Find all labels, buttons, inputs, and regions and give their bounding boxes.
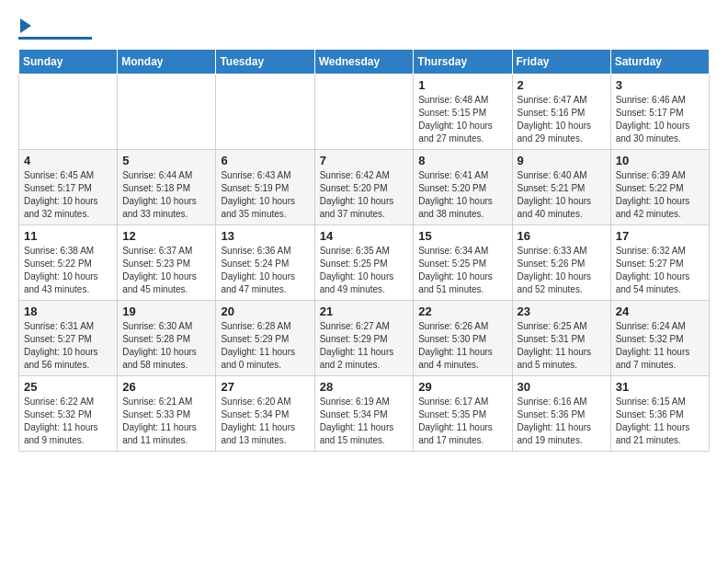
day-info: Sunrise: 6:26 AM Sunset: 5:30 PM Dayligh… xyxy=(418,320,506,372)
day-number: 18 xyxy=(24,304,112,318)
day-info: Sunrise: 6:42 AM Sunset: 5:20 PM Dayligh… xyxy=(320,169,409,221)
calendar-cell: 19Sunrise: 6:30 AM Sunset: 5:28 PM Dayli… xyxy=(118,301,216,376)
calendar-cell: 29Sunrise: 6:17 AM Sunset: 5:35 PM Dayli… xyxy=(414,376,512,452)
calendar-cell xyxy=(314,75,414,150)
calendar-table: SundayMondayTuesdayWednesdayThursdayFrid… xyxy=(18,49,710,452)
day-info: Sunrise: 6:21 AM Sunset: 5:33 PM Dayligh… xyxy=(122,396,210,447)
day-number: 21 xyxy=(320,304,409,318)
day-info: Sunrise: 6:43 AM Sunset: 5:19 PM Dayligh… xyxy=(221,169,309,221)
calendar-week-row: 25Sunrise: 6:22 AM Sunset: 5:32 PM Dayli… xyxy=(19,376,710,452)
day-number: 13 xyxy=(221,229,309,243)
day-info: Sunrise: 6:46 AM Sunset: 5:17 PM Dayligh… xyxy=(616,94,704,145)
calendar-cell: 13Sunrise: 6:36 AM Sunset: 5:24 PM Dayli… xyxy=(216,225,314,301)
day-info: Sunrise: 6:44 AM Sunset: 5:18 PM Dayligh… xyxy=(122,169,210,221)
calendar-cell: 18Sunrise: 6:31 AM Sunset: 5:27 PM Dayli… xyxy=(19,301,118,376)
col-header-monday: Monday xyxy=(118,50,216,75)
day-number: 14 xyxy=(320,229,409,243)
day-info: Sunrise: 6:41 AM Sunset: 5:20 PM Dayligh… xyxy=(418,169,506,221)
calendar-cell xyxy=(216,75,314,150)
calendar-cell: 9Sunrise: 6:40 AM Sunset: 5:21 PM Daylig… xyxy=(512,150,610,225)
calendar-cell: 26Sunrise: 6:21 AM Sunset: 5:33 PM Dayli… xyxy=(118,376,216,452)
calendar-week-row: 18Sunrise: 6:31 AM Sunset: 5:27 PM Dayli… xyxy=(19,301,710,376)
col-header-tuesday: Tuesday xyxy=(216,50,314,75)
col-header-saturday: Saturday xyxy=(610,50,709,75)
day-number: 30 xyxy=(518,380,606,394)
calendar-week-row: 11Sunrise: 6:38 AM Sunset: 5:22 PM Dayli… xyxy=(19,225,710,301)
day-number: 29 xyxy=(418,380,506,394)
calendar-cell: 15Sunrise: 6:34 AM Sunset: 5:25 PM Dayli… xyxy=(414,225,512,301)
day-info: Sunrise: 6:33 AM Sunset: 5:26 PM Dayligh… xyxy=(518,245,606,296)
calendar-cell: 28Sunrise: 6:19 AM Sunset: 5:34 PM Dayli… xyxy=(314,376,414,452)
day-info: Sunrise: 6:30 AM Sunset: 5:28 PM Dayligh… xyxy=(122,320,210,372)
day-info: Sunrise: 6:16 AM Sunset: 5:36 PM Dayligh… xyxy=(518,396,606,447)
day-number: 6 xyxy=(221,154,309,167)
day-info: Sunrise: 6:28 AM Sunset: 5:29 PM Dayligh… xyxy=(221,320,309,372)
day-number: 24 xyxy=(616,304,704,318)
calendar-cell: 22Sunrise: 6:26 AM Sunset: 5:30 PM Dayli… xyxy=(414,301,512,376)
day-number: 28 xyxy=(320,380,409,394)
day-info: Sunrise: 6:19 AM Sunset: 5:34 PM Dayligh… xyxy=(320,396,409,447)
day-info: Sunrise: 6:39 AM Sunset: 5:22 PM Dayligh… xyxy=(616,169,704,221)
col-header-wednesday: Wednesday xyxy=(314,50,414,75)
calendar-week-row: 1Sunrise: 6:48 AM Sunset: 5:15 PM Daylig… xyxy=(19,75,710,150)
day-number: 11 xyxy=(24,229,112,243)
day-info: Sunrise: 6:48 AM Sunset: 5:15 PM Dayligh… xyxy=(418,94,506,145)
calendar-cell: 3Sunrise: 6:46 AM Sunset: 5:17 PM Daylig… xyxy=(610,75,709,150)
calendar-cell: 17Sunrise: 6:32 AM Sunset: 5:27 PM Dayli… xyxy=(610,225,709,301)
day-number: 20 xyxy=(221,304,309,318)
calendar-cell: 20Sunrise: 6:28 AM Sunset: 5:29 PM Dayli… xyxy=(216,301,314,376)
day-number: 9 xyxy=(518,154,606,167)
calendar-cell: 2Sunrise: 6:47 AM Sunset: 5:16 PM Daylig… xyxy=(512,75,610,150)
day-info: Sunrise: 6:15 AM Sunset: 5:36 PM Dayligh… xyxy=(616,396,704,447)
calendar-cell: 5Sunrise: 6:44 AM Sunset: 5:18 PM Daylig… xyxy=(118,150,216,225)
calendar-cell: 8Sunrise: 6:41 AM Sunset: 5:20 PM Daylig… xyxy=(414,150,512,225)
day-number: 12 xyxy=(122,229,210,243)
day-number: 1 xyxy=(418,78,506,92)
col-header-sunday: Sunday xyxy=(19,50,118,75)
day-number: 3 xyxy=(616,78,704,92)
day-info: Sunrise: 6:17 AM Sunset: 5:35 PM Dayligh… xyxy=(418,396,506,447)
logo-underline xyxy=(18,37,92,40)
day-number: 5 xyxy=(122,154,210,167)
day-number: 17 xyxy=(616,229,704,243)
day-info: Sunrise: 6:32 AM Sunset: 5:27 PM Dayligh… xyxy=(616,245,704,296)
calendar-header-row: SundayMondayTuesdayWednesdayThursdayFrid… xyxy=(19,50,710,75)
day-info: Sunrise: 6:36 AM Sunset: 5:24 PM Dayligh… xyxy=(221,245,309,296)
calendar-cell: 11Sunrise: 6:38 AM Sunset: 5:22 PM Dayli… xyxy=(19,225,118,301)
calendar-cell: 25Sunrise: 6:22 AM Sunset: 5:32 PM Dayli… xyxy=(19,376,118,452)
col-header-friday: Friday xyxy=(512,50,610,75)
logo-triangle-icon xyxy=(20,18,31,33)
calendar-cell: 12Sunrise: 6:37 AM Sunset: 5:23 PM Dayli… xyxy=(118,225,216,301)
day-info: Sunrise: 6:27 AM Sunset: 5:29 PM Dayligh… xyxy=(320,320,409,372)
day-info: Sunrise: 6:40 AM Sunset: 5:21 PM Dayligh… xyxy=(518,169,606,221)
day-number: 19 xyxy=(122,304,210,318)
calendar-cell: 6Sunrise: 6:43 AM Sunset: 5:19 PM Daylig… xyxy=(216,150,314,225)
calendar-cell: 24Sunrise: 6:24 AM Sunset: 5:32 PM Dayli… xyxy=(610,301,709,376)
calendar-cell: 21Sunrise: 6:27 AM Sunset: 5:29 PM Dayli… xyxy=(314,301,414,376)
day-number: 10 xyxy=(616,154,704,167)
day-info: Sunrise: 6:38 AM Sunset: 5:22 PM Dayligh… xyxy=(24,245,112,296)
day-number: 2 xyxy=(518,78,606,92)
calendar-cell: 30Sunrise: 6:16 AM Sunset: 5:36 PM Dayli… xyxy=(512,376,610,452)
day-number: 7 xyxy=(320,154,409,167)
calendar-cell: 16Sunrise: 6:33 AM Sunset: 5:26 PM Dayli… xyxy=(512,225,610,301)
day-number: 15 xyxy=(418,229,506,243)
day-info: Sunrise: 6:20 AM Sunset: 5:34 PM Dayligh… xyxy=(221,396,309,447)
calendar-cell: 23Sunrise: 6:25 AM Sunset: 5:31 PM Dayli… xyxy=(512,301,610,376)
calendar-cell: 10Sunrise: 6:39 AM Sunset: 5:22 PM Dayli… xyxy=(610,150,709,225)
calendar-cell: 4Sunrise: 6:45 AM Sunset: 5:17 PM Daylig… xyxy=(19,150,118,225)
day-info: Sunrise: 6:24 AM Sunset: 5:32 PM Dayligh… xyxy=(616,320,704,372)
calendar-week-row: 4Sunrise: 6:45 AM Sunset: 5:17 PM Daylig… xyxy=(19,150,710,225)
day-info: Sunrise: 6:35 AM Sunset: 5:25 PM Dayligh… xyxy=(320,245,409,296)
day-info: Sunrise: 6:47 AM Sunset: 5:16 PM Dayligh… xyxy=(518,94,606,145)
calendar-cell: 14Sunrise: 6:35 AM Sunset: 5:25 PM Dayli… xyxy=(314,225,414,301)
logo xyxy=(18,18,92,40)
calendar-cell: 31Sunrise: 6:15 AM Sunset: 5:36 PM Dayli… xyxy=(610,376,709,452)
day-number: 25 xyxy=(24,380,112,394)
day-info: Sunrise: 6:34 AM Sunset: 5:25 PM Dayligh… xyxy=(418,245,506,296)
calendar-cell xyxy=(118,75,216,150)
day-info: Sunrise: 6:45 AM Sunset: 5:17 PM Dayligh… xyxy=(24,169,112,221)
day-number: 22 xyxy=(418,304,506,318)
calendar-cell: 1Sunrise: 6:48 AM Sunset: 5:15 PM Daylig… xyxy=(414,75,512,150)
calendar-cell xyxy=(19,75,118,150)
